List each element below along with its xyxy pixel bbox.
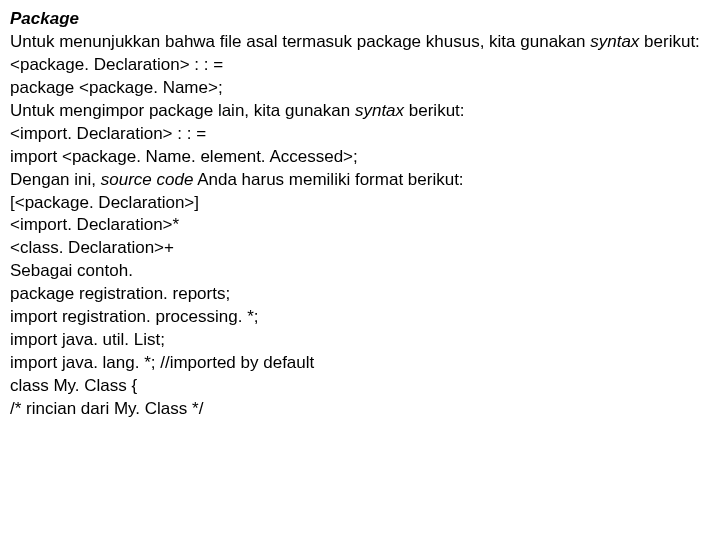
text-line: Sebagai contoh. xyxy=(10,260,710,283)
text: Dengan ini, xyxy=(10,170,101,189)
text-line: import java. util. List; xyxy=(10,329,710,352)
text-line: package registration. reports; xyxy=(10,283,710,306)
text-line: <import. Declaration>* xyxy=(10,214,710,237)
text: Untuk mengimpor package lain, kita gunak… xyxy=(10,101,355,120)
text-line: package <package. Name>; xyxy=(10,77,710,100)
text-line: Untuk menunjukkan bahwa file asal termas… xyxy=(10,31,710,54)
text-line: import java. lang. *; //imported by defa… xyxy=(10,352,710,375)
text: berikut: xyxy=(639,32,699,51)
text-line: [<package. Declaration>] xyxy=(10,192,710,215)
document-body: Package Untuk menunjukkan bahwa file asa… xyxy=(10,8,710,421)
text-line: /* rincian dari My. Class */ xyxy=(10,398,710,421)
text-line: Dengan ini, source code Anda harus memil… xyxy=(10,169,710,192)
text-italic: syntax xyxy=(590,32,639,51)
text-line: Untuk mengimpor package lain, kita gunak… xyxy=(10,100,710,123)
text-line: class My. Class { xyxy=(10,375,710,398)
text-line: import registration. processing. *; xyxy=(10,306,710,329)
text-italic: syntax xyxy=(355,101,404,120)
text-line: <package. Declaration> : : = xyxy=(10,54,710,77)
text-line: <import. Declaration> : : = xyxy=(10,123,710,146)
text-line: import <package. Name. element. Accessed… xyxy=(10,146,710,169)
text: berikut: xyxy=(404,101,464,120)
heading-package: Package xyxy=(10,8,710,31)
text-line: <class. Declaration>+ xyxy=(10,237,710,260)
text: Anda harus memiliki format berikut: xyxy=(193,170,463,189)
text: Untuk menunjukkan bahwa file asal termas… xyxy=(10,32,590,51)
text-italic: source code xyxy=(101,170,194,189)
